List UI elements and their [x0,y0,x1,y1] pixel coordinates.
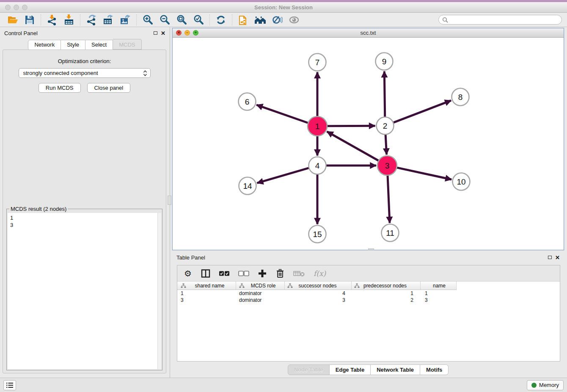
export-table-icon[interactable] [100,14,117,26]
cell-mcds-role[interactable]: dominator [236,290,285,297]
add-column-icon[interactable] [258,268,267,279]
graph-node-1[interactable]: 1 [308,116,327,136]
result-scrollbar[interactable] [157,213,161,369]
toolbar-separator [232,14,232,25]
tab-select[interactable]: Select [85,40,113,50]
graph-node-6[interactable]: 6 [239,93,256,110]
table-row[interactable]: 1 dominator 4 1 1 [177,290,457,297]
graph-node-2[interactable]: 2 [377,117,394,135]
close-table-panel-icon[interactable]: ✕ [555,255,560,260]
zoom-selected-icon[interactable] [190,14,207,26]
network-maximize-button[interactable]: + [193,30,198,36]
table-row[interactable]: 3 dominator 3 2 3 [177,297,457,304]
cell-shared-name[interactable]: 1 [177,290,236,297]
import-network-icon[interactable] [44,14,61,26]
graph-node-8[interactable]: 8 [452,88,469,106]
svg-text:15: 15 [313,230,322,239]
table-options-gear-icon[interactable]: ⚙ [183,268,193,279]
column-type-icon [239,283,245,288]
mcds-result-area[interactable]: 1 3 [8,213,161,369]
graph-edge-2-9[interactable] [384,71,385,117]
cell-mcds-role[interactable]: dominator [236,297,285,304]
tab-network-table[interactable]: Network Table [371,364,420,375]
search-input[interactable] [448,17,558,23]
run-mcds-button[interactable]: Run MCDS [39,83,81,93]
graph-edge-3-10[interactable] [396,168,451,179]
export-image-icon[interactable] [117,14,134,26]
network-graph[interactable]: 7968124314101511 [173,38,564,250]
float-panel-icon[interactable] [154,31,157,35]
column-header-shared-name[interactable]: shared name [177,282,236,290]
task-history-button[interactable] [3,380,16,390]
graph-edge-1-6[interactable] [256,105,308,123]
graph-node-7[interactable]: 7 [309,54,326,71]
tab-mcds[interactable]: MCDS [113,39,141,50]
show-column-panel-icon[interactable] [201,268,210,279]
first-neighbors-icon[interactable] [252,14,269,26]
select-all-columns-icon[interactable] [219,268,230,279]
cell-successor-nodes[interactable]: 4 [285,290,352,297]
graph-node-11[interactable]: 11 [382,224,399,242]
memory-button[interactable]: Memory [527,380,564,390]
column-type-icon [181,283,186,288]
close-panel-button[interactable]: Close panel [87,83,131,93]
refresh-icon[interactable] [212,14,229,26]
delete-table-icon[interactable] [293,268,305,279]
tab-motifs[interactable]: Motifs [420,364,449,375]
network-minimize-button[interactable]: − [184,30,190,36]
graph-node-10[interactable]: 10 [453,173,470,190]
hide-details-icon[interactable] [269,14,286,26]
show-details-eye-icon[interactable] [286,14,303,26]
graph-edge-3-1[interactable] [327,132,379,161]
graph-edge-3-11[interactable] [388,175,390,223]
table-panel-title: Table Panel [176,254,205,261]
panel-divider-handle[interactable] [168,196,171,205]
toolbar-separator [41,14,41,25]
tab-network[interactable]: Network [28,40,61,50]
new-network-from-selection-icon[interactable] [235,14,252,26]
graph-node-15[interactable]: 15 [309,226,326,243]
tab-node-table[interactable]: Node Table [288,364,330,375]
cell-name[interactable]: 3 [421,297,457,304]
cell-predecessor-nodes[interactable]: 2 [352,297,421,304]
column-header-predecessor-nodes[interactable]: predecessor nodes [352,282,421,290]
column-header-name[interactable]: name [421,282,457,290]
graph-node-3[interactable]: 3 [377,156,397,175]
deselect-all-columns-icon[interactable] [238,268,249,279]
function-builder-icon[interactable]: f(x) [314,268,326,279]
graph-node-9[interactable]: 9 [376,53,393,70]
import-table-icon[interactable] [61,14,77,26]
tab-edge-table[interactable]: Edge Table [330,364,371,375]
node-table-block: ⚙ f(x) [177,265,560,362]
graph-node-4[interactable]: 4 [309,157,326,174]
graph-edge-2-8[interactable] [393,100,451,123]
table-rows: 1 dominator 4 1 1 3 dominator 3 2 3 [177,290,560,304]
float-table-panel-icon[interactable] [548,256,552,259]
close-panel-icon[interactable]: ✕ [161,30,165,36]
zoom-fit-icon[interactable] [173,14,190,26]
criterion-select[interactable]: strongly connected component [19,68,151,78]
column-header-mcds-role[interactable]: MCDS role [236,282,285,290]
network-canvas[interactable]: 7968124314101511 [173,38,564,250]
open-file-icon[interactable] [4,14,21,26]
application-window: Session: New Session [0,0,567,392]
cell-successor-nodes[interactable]: 3 [285,297,352,304]
graph-edge-1-2[interactable] [327,126,375,126]
graph-edge-4-14[interactable] [257,168,310,183]
network-close-button[interactable]: ✕ [176,30,182,36]
export-network-icon[interactable] [83,14,100,26]
cell-shared-name[interactable]: 3 [177,297,236,304]
network-resize-handle[interactable] [368,248,374,250]
graph-node-14[interactable]: 14 [239,177,256,195]
cell-predecessor-nodes[interactable]: 1 [352,290,421,297]
save-session-icon[interactable] [21,14,38,26]
zoom-out-icon[interactable] [156,14,173,26]
delete-column-icon[interactable] [275,268,285,279]
cell-name[interactable]: 1 [421,290,457,297]
column-header-successor-nodes[interactable]: successor nodes [285,282,352,290]
chevron-up-down-icon [143,69,148,77]
tab-style[interactable]: Style [61,40,85,50]
zoom-in-icon[interactable] [139,14,156,26]
search-box[interactable] [438,15,562,25]
graph-edge-2-3[interactable] [385,134,387,155]
